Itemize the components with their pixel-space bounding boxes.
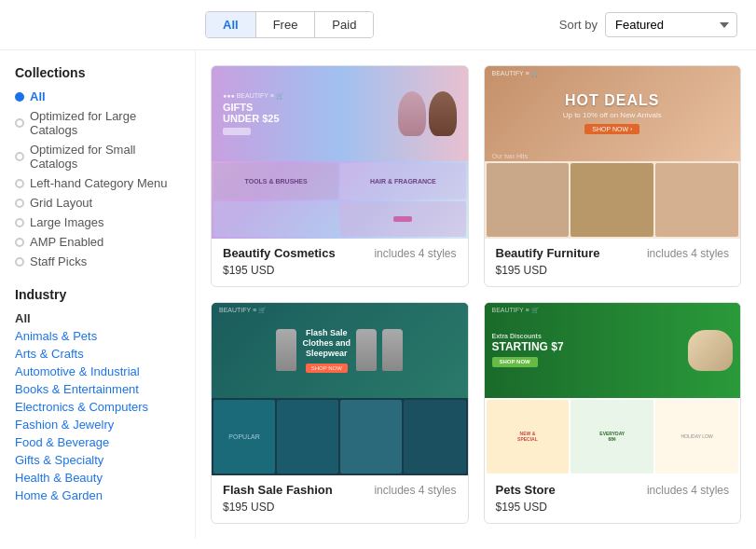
industry-item-food[interactable]: Food & Beverage [15, 435, 180, 449]
industry-link-health[interactable]: Health & Beauty [15, 471, 103, 485]
cosmetics-banner: ●●● BEAUTIFY ≡ 🛒 GIFTSUNDER $25 [212, 66, 468, 161]
pets-nav: BEAUTIFY ≡ 🛒 [492, 307, 540, 314]
furniture-hero-sub: Up to 10% off on New Arrivals [563, 111, 662, 119]
pets-hero-title: STARTING $7 [492, 341, 681, 353]
pets-p3-label: HOLIDAY LOW [680, 433, 712, 439]
theme-name-cosmetics: Beautify Cosmetics [223, 246, 336, 260]
industry-list: All Animals & Pets Arts & Crafts Automot… [15, 311, 180, 502]
filter-item-all[interactable]: All [15, 89, 180, 103]
theme-price-cosmetics: $195 USD [223, 264, 457, 277]
theme-styles-pets: includes 4 styles [647, 484, 729, 497]
sidebar: Collections All Optimized for Large Cata… [0, 50, 196, 539]
theme-styles-cosmetics: includes 4 styles [374, 247, 456, 260]
filter-tab-group: All Free Paid [205, 11, 374, 38]
radio-staff [15, 257, 24, 267]
filter-label-large-images: Large Images [30, 215, 104, 229]
industry-link-electronics[interactable]: Electronics & Computers [15, 400, 148, 414]
industry-item-health[interactable]: Health & Beauty [15, 471, 180, 485]
tab-free[interactable]: Free [256, 12, 316, 37]
industry-item-animals[interactable]: Animals & Pets [15, 329, 180, 343]
pets-p3: HOLIDAY LOW [655, 400, 738, 474]
face-1 [398, 91, 426, 136]
pets-dog-img [688, 330, 733, 371]
furniture-sub2: Our two Hits [492, 153, 529, 159]
theme-thumbnail-pets: BEAUTIFY ≡ 🛒 Extra Discounts STARTING $7… [485, 303, 741, 475]
fashion-cta: SHOP NOW [306, 364, 348, 373]
pets-text-block: Extra Discounts STARTING $7 SHOP NOW [492, 333, 681, 367]
theme-name-furniture: Beautify Furniture [496, 246, 600, 260]
themes-grid: ●●● BEAUTIFY ≡ 🛒 GIFTSUNDER $25 TOOLS & … [211, 65, 741, 524]
theme-card-furniture[interactable]: BEAUTIFY ≡ 🛒 HOT DEALS Up to 10% off on … [484, 65, 742, 287]
industry-item-fashion[interactable]: Fashion & Jewelry [15, 418, 180, 432]
fashion-nav: BEAUTIFY ≡ 🛒 [219, 307, 267, 314]
industry-link-automotive[interactable]: Automotive & Industrial [15, 364, 140, 378]
theme-styles-fashion: includes 4 styles [374, 484, 456, 497]
radio-amp [15, 238, 24, 247]
fashion-p2 [277, 400, 338, 474]
filter-item-large-catalogs[interactable]: Optimized for Large Catalogs [15, 109, 180, 137]
industry-section: Industry All Animals & Pets Arts & Craft… [15, 287, 180, 502]
cosmetics-cta-btn [223, 128, 251, 135]
pets-banner: BEAUTIFY ≡ 🛒 Extra Discounts STARTING $7… [485, 303, 741, 398]
sort-area: Sort by Featured Newest Price: Low to Hi… [559, 12, 737, 37]
theme-name-pets: Pets Store [496, 483, 556, 497]
main-layout: Collections All Optimized for Large Cata… [0, 50, 756, 539]
industry-item-gifts[interactable]: Gifts & Specialty [15, 453, 180, 467]
tab-paid[interactable]: Paid [315, 12, 373, 37]
theme-card-pets[interactable]: BEAUTIFY ≡ 🛒 Extra Discounts STARTING $7… [484, 302, 742, 524]
theme-price-furniture: $195 USD [496, 264, 730, 277]
theme-name-fashion: Flash Sale Fashion [223, 483, 333, 497]
cosmetics-p4 [340, 201, 465, 237]
theme-info-fashion: Flash Sale Fashion includes 4 styles $19… [212, 475, 468, 523]
filter-item-grid[interactable]: Grid Layout [15, 196, 180, 210]
cosmetics-p1: TOOLS & BRUSHES [213, 163, 338, 199]
radio-all [15, 92, 24, 102]
filter-item-large-images[interactable]: Large Images [15, 215, 180, 229]
filter-item-small-catalogs[interactable]: Optimized for Small Catalogs [15, 143, 180, 171]
theme-card-fashion[interactable]: BEAUTIFY ≡ 🛒 Flash SaleClothes andSleepw… [211, 302, 469, 524]
fashion-p1: POPULAR [213, 400, 275, 474]
industry-item-arts[interactable]: Arts & Crafts [15, 347, 180, 361]
filter-label-small-catalogs: Optimized for Small Catalogs [30, 143, 180, 171]
sort-select[interactable]: Featured Newest Price: Low to High Price… [605, 12, 737, 37]
theme-info-furniture: Beautify Furniture includes 4 styles $19… [485, 239, 741, 286]
theme-price-fashion: $195 USD [223, 501, 457, 514]
filter-label-all: All [30, 89, 46, 103]
filter-item-amp[interactable]: AMP Enabled [15, 235, 180, 249]
radio-grid [15, 199, 24, 208]
collections-title: Collections [15, 65, 180, 80]
theme-card-cosmetics[interactable]: ●●● BEAUTIFY ≡ 🛒 GIFTSUNDER $25 TOOLS & … [211, 65, 469, 287]
tab-all[interactable]: All [206, 12, 256, 37]
theme-styles-furniture: includes 4 styles [647, 247, 729, 260]
pets-p2-label: EVERYDAY68¢ [599, 431, 625, 442]
theme-thumbnail-furniture: BEAUTIFY ≡ 🛒 HOT DEALS Up to 10% off on … [485, 66, 741, 239]
industry-link-arts[interactable]: Arts & Crafts [15, 347, 84, 361]
industry-link-gifts[interactable]: Gifts & Specialty [15, 453, 103, 467]
theme-info-pets: Pets Store includes 4 styles $195 USD [485, 475, 741, 523]
fashion-figure-2 [356, 329, 377, 371]
industry-item-home[interactable]: Home & Garden [15, 488, 180, 502]
filter-label-grid: Grid Layout [30, 196, 92, 210]
furniture-cta: SHOP NOW › [584, 124, 639, 134]
industry-link-food[interactable]: Food & Beverage [15, 435, 109, 449]
furniture-p1 [487, 163, 570, 237]
industry-link-animals[interactable]: Animals & Pets [15, 329, 97, 343]
industry-item-electronics[interactable]: Electronics & Computers [15, 400, 180, 414]
filter-label-lefthand: Left-hand Category Menu [30, 176, 167, 190]
furniture-hero-title: HOT DEALS [563, 92, 662, 109]
industry-link-all[interactable]: All [15, 311, 31, 325]
industry-link-books[interactable]: Books & Entertainment [15, 382, 139, 396]
industry-item-books[interactable]: Books & Entertainment [15, 382, 180, 396]
theme-info-cosmetics: Beautify Cosmetics includes 4 styles $19… [212, 239, 468, 286]
industry-item-all[interactable]: All [15, 311, 180, 325]
industry-link-fashion[interactable]: Fashion & Jewelry [15, 418, 114, 432]
fashion-figure-1 [276, 329, 296, 371]
fashion-p3 [340, 400, 402, 474]
filter-item-staff[interactable]: Staff Picks [15, 254, 180, 268]
radio-large-images [15, 218, 24, 227]
cosmetics-faces [398, 91, 457, 136]
filter-item-lefthand[interactable]: Left-hand Category Menu [15, 176, 180, 190]
fashion-p4 [404, 400, 465, 474]
industry-item-automotive[interactable]: Automotive & Industrial [15, 364, 180, 378]
industry-link-home[interactable]: Home & Garden [15, 488, 103, 502]
